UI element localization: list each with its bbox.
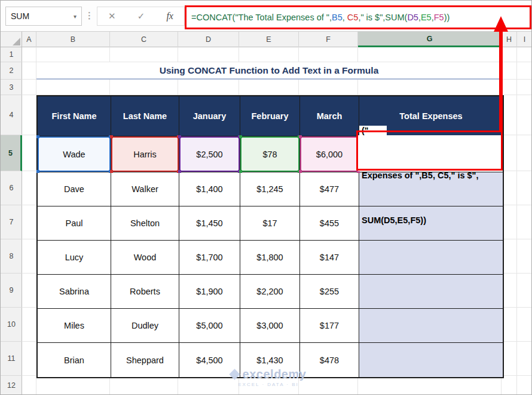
name-box-dropdown-icon[interactable]: ▾ xyxy=(74,13,77,20)
annotation-arrow-head-icon xyxy=(494,16,508,32)
table-row: MilesDudley$5,000$3,000$177 xyxy=(38,309,503,343)
cell[interactable]: Wood xyxy=(111,241,179,275)
cell[interactable]: Lucy xyxy=(38,241,111,275)
column-header-F[interactable]: F xyxy=(299,32,358,47)
formula-segment: ," is $",SUM( xyxy=(358,13,407,22)
ref-cell-E5[interactable]: $78 xyxy=(240,136,300,172)
formula-segment: E5 xyxy=(421,13,432,22)
cell[interactable]: $1,900 xyxy=(179,275,240,309)
cell-total-expenses[interactable] xyxy=(359,343,503,377)
cell[interactable]: Dudley xyxy=(111,309,179,343)
cell[interactable]: Sabrina xyxy=(38,275,111,309)
cancel-icon[interactable]: ✕ xyxy=(108,11,116,22)
ref-cell-B5[interactable]: Wade xyxy=(38,136,111,172)
cell[interactable]: $177 xyxy=(300,309,359,343)
column-header-C[interactable]: C xyxy=(110,32,178,47)
row-header-10[interactable]: 10 xyxy=(1,308,22,342)
cell[interactable]: Brian xyxy=(38,343,111,377)
cell[interactable]: $2,200 xyxy=(240,275,300,309)
ref-cell-C5[interactable]: Harris xyxy=(111,136,179,172)
editing-formula-line-2: SUM(D5,E5,F5)) xyxy=(362,213,502,228)
exceldemy-logo-icon xyxy=(229,369,240,379)
formula-segment: , xyxy=(343,13,347,22)
cell[interactable]: $1,450 xyxy=(179,206,240,241)
row-header-4[interactable]: 4 xyxy=(1,95,22,135)
formula-toolbar: SUM ▾ ⋮ ✕ ✓ fx =CONCAT("The Total Expens… xyxy=(1,1,532,32)
cell[interactable]: $455 xyxy=(300,206,359,241)
annotation-box-cell xyxy=(356,130,503,171)
table-header-cell: March xyxy=(300,96,359,136)
table-header-cell: First Name xyxy=(38,96,111,136)
row-header-7[interactable]: 7 xyxy=(1,205,22,239)
toolbar-separator-icon: ⋮ xyxy=(85,10,94,21)
worksheet-title: Using CONCAT Function to Add Text in a F… xyxy=(36,62,502,80)
selection-handle-icon xyxy=(36,170,39,173)
selection-handle-icon xyxy=(110,170,113,173)
formula-segment: B5 xyxy=(332,13,343,22)
formula-buttons: ✕ ✓ fx xyxy=(97,7,185,26)
row-header-8[interactable]: 8 xyxy=(1,239,22,274)
cell[interactable]: $1,245 xyxy=(240,172,300,206)
ref-cell-F5[interactable]: $6,000 xyxy=(300,136,359,172)
cell[interactable]: $255 xyxy=(300,275,359,309)
name-box-value: SUM xyxy=(11,11,29,21)
annotation-arrow xyxy=(499,31,503,131)
cell-total-expenses[interactable] xyxy=(359,275,503,309)
formula-segment: F5 xyxy=(434,13,444,22)
formula-segment: )) xyxy=(444,13,450,22)
column-header-B[interactable]: B xyxy=(36,32,110,47)
column-header-D[interactable]: D xyxy=(178,32,239,47)
selection-handle-icon xyxy=(110,135,113,138)
formula-segment: =CONCAT("The Total Expenses of ", xyxy=(191,13,332,22)
cell[interactable]: $477 xyxy=(300,172,359,206)
cell[interactable]: $1,700 xyxy=(179,241,240,275)
selection-handle-icon xyxy=(239,170,242,173)
cell[interactable]: $5,000 xyxy=(179,309,240,343)
cell[interactable]: $17 xyxy=(240,206,300,241)
table-header-cell: Last Name xyxy=(111,96,179,136)
row-header-1[interactable]: 1 xyxy=(1,47,22,62)
enter-icon[interactable]: ✓ xyxy=(137,11,145,22)
formula-input[interactable]: =CONCAT("The Total Expenses of ",B5, C5,… xyxy=(185,5,531,29)
cell[interactable]: Shelton xyxy=(111,206,179,241)
selection-handle-icon xyxy=(299,135,302,138)
column-header-A[interactable]: A xyxy=(22,32,36,47)
cell[interactable]: $3,000 xyxy=(240,309,300,343)
cell[interactable]: $1,800 xyxy=(240,241,300,275)
column-header-G[interactable]: G xyxy=(358,32,502,47)
row-header-6[interactable]: 6 xyxy=(1,171,22,205)
row-header-9[interactable]: 9 xyxy=(1,274,22,308)
row-header-3[interactable]: 3 xyxy=(1,80,22,95)
cell[interactable]: Dave xyxy=(38,172,111,206)
gridline xyxy=(516,47,517,395)
cell[interactable]: Roberts xyxy=(111,275,179,309)
cell[interactable]: Walker xyxy=(111,172,179,206)
row-headers: 123456789101112 xyxy=(1,47,22,395)
cell[interactable]: $1,400 xyxy=(179,172,240,206)
row-header-12[interactable]: 12 xyxy=(1,376,22,395)
ref-cell-D5[interactable]: $2,500 xyxy=(179,136,240,172)
selection-handle-icon xyxy=(36,135,39,138)
watermark-tagline: EXCEL · DATA · BI xyxy=(210,382,327,387)
column-header-H[interactable]: H xyxy=(502,32,517,47)
table-row: SabrinaRoberts$1,900$2,200$255 xyxy=(38,275,503,309)
selection-handle-icon xyxy=(239,135,242,138)
formula-segment: D5 xyxy=(407,13,418,22)
select-all-button[interactable] xyxy=(1,32,22,47)
row-header-5[interactable]: 5 xyxy=(1,135,22,171)
watermark-brand: exceldemy xyxy=(243,367,307,381)
cell[interactable]: Sheppard xyxy=(111,343,179,377)
cell-total-expenses[interactable] xyxy=(359,309,503,343)
table-header-cell: January xyxy=(179,96,240,136)
column-header-I[interactable]: I xyxy=(517,32,532,47)
cell[interactable]: Paul xyxy=(38,206,111,241)
row-header-2[interactable]: 2 xyxy=(1,62,22,80)
cell[interactable]: Miles xyxy=(38,309,111,343)
row-header-11[interactable]: 11 xyxy=(1,342,22,376)
insert-function-icon[interactable]: fx xyxy=(166,11,173,22)
selection-handle-icon xyxy=(178,170,181,173)
column-header-E[interactable]: E xyxy=(239,32,299,47)
cell[interactable]: $147 xyxy=(300,241,359,275)
name-box[interactable]: SUM ▾ xyxy=(5,7,82,26)
formula-segment: C5 xyxy=(347,13,359,22)
